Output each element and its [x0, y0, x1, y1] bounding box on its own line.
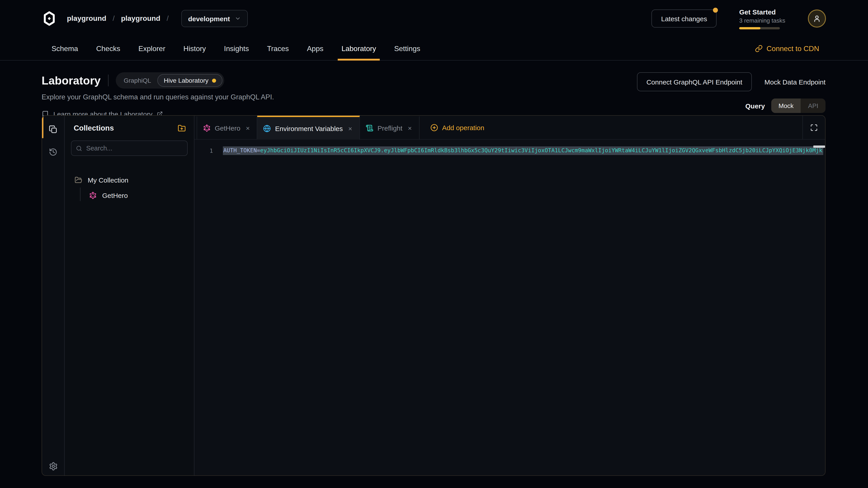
- get-started-progress-track: [739, 27, 780, 29]
- tab-close-button[interactable]: ×: [347, 124, 354, 133]
- maximize-icon: [810, 124, 818, 131]
- query-mode-row: Query Mock API: [745, 98, 826, 113]
- user-avatar[interactable]: [808, 9, 826, 28]
- collections-search[interactable]: [71, 140, 188, 156]
- scroll-icon: [366, 124, 373, 132]
- tab-close-button[interactable]: ×: [406, 124, 413, 132]
- tab-label: GetHero: [215, 124, 240, 132]
- nav-item-schema[interactable]: Schema: [52, 37, 78, 60]
- tab-label: Preflight: [377, 124, 402, 132]
- active-mode-dot: [212, 78, 216, 83]
- graphql-icon: [89, 191, 97, 199]
- query-mode-toggle: Mock API: [771, 98, 826, 113]
- connect-cdn-link[interactable]: Connect to CDN: [755, 44, 819, 53]
- scrollbar-thumb[interactable]: [813, 145, 825, 148]
- nav-item-explorer[interactable]: Explorer: [138, 37, 165, 60]
- notification-dot: [713, 8, 718, 13]
- query-mode-mock[interactable]: Mock: [771, 98, 801, 113]
- nav-item-settings[interactable]: Settings: [394, 37, 421, 60]
- connect-graphql-endpoint-button[interactable]: Connect GraphQL API Endpoint: [637, 72, 752, 91]
- collection-folder-label: My Collection: [88, 176, 128, 184]
- line-number: 1: [194, 148, 223, 154]
- collection-folder-row[interactable]: My Collection: [71, 173, 188, 187]
- mode-graphiql[interactable]: GraphiQL: [117, 74, 157, 87]
- tab-strip: GetHero × Environment Variables ×: [194, 116, 825, 140]
- breadcrumb-org[interactable]: playground: [67, 14, 106, 23]
- nav-item-history[interactable]: History: [183, 37, 206, 60]
- top-header: playground / playground / development La…: [0, 0, 868, 37]
- breadcrumb-separator: /: [166, 14, 168, 23]
- tab-close-button[interactable]: ×: [244, 124, 251, 132]
- code-line-1[interactable]: 1 AUTH_TOKEN=eyJhbGciOiJIUzI1NiIsInR5cCI…: [194, 145, 825, 156]
- collections-icon: [49, 125, 57, 133]
- env-var-value: eyJhbGciOiJIUzI1NiIsInR5cCI6IkpXVCJ9.eyJ…: [260, 147, 823, 154]
- title-divider: [108, 74, 108, 86]
- operation-label: GetHero: [102, 191, 128, 199]
- history-rail-button[interactable]: [45, 144, 61, 160]
- code-text-selected: AUTH_TOKEN=eyJhbGciOiJIUzI1NiIsInR5cCI6I…: [223, 147, 823, 155]
- chevron-down-icon: [235, 15, 241, 22]
- page-title: Laboratory: [41, 74, 101, 87]
- mode-hive-laboratory[interactable]: Hive Laboratory: [158, 74, 223, 87]
- add-collection-button[interactable]: [178, 124, 186, 132]
- folder-plus-icon: [178, 124, 186, 132]
- breadcrumb: playground / playground /: [67, 14, 175, 23]
- mode-hive-laboratory-label: Hive Laboratory: [164, 77, 209, 84]
- collections-rail-button[interactable]: [45, 121, 61, 137]
- editor-column: GetHero × Environment Variables ×: [194, 116, 825, 475]
- plus-circle-icon: [430, 124, 438, 131]
- project-nav: Schema Checks Explorer History Insights …: [0, 37, 868, 61]
- tab-preflight[interactable]: Preflight ×: [360, 116, 420, 139]
- connect-cdn-label: Connect to CDN: [767, 44, 819, 53]
- globe-icon: [264, 125, 271, 132]
- ide-mode-toggle: GraphiQL Hive Laboratory: [116, 72, 224, 89]
- breadcrumb-project[interactable]: playground: [121, 14, 160, 23]
- query-mode-api[interactable]: API: [801, 98, 826, 113]
- target-select[interactable]: development: [181, 10, 248, 27]
- nav-item-traces[interactable]: Traces: [267, 37, 289, 60]
- fullscreen-button[interactable]: [802, 116, 825, 139]
- tree-indent-line: [80, 188, 81, 201]
- get-started-subtitle: 3 remaining tasks: [739, 17, 785, 24]
- gear-icon: [49, 462, 58, 471]
- env-variables-editor[interactable]: 1 AUTH_TOKEN=eyJhbGciOiJIUzI1NiIsInR5cCI…: [194, 140, 825, 475]
- collections-title: Collections: [74, 124, 114, 132]
- settings-rail-button[interactable]: [42, 462, 64, 471]
- hive-app: playground / playground / development La…: [0, 0, 868, 488]
- env-var-name: AUTH_TOKEN=: [223, 147, 260, 154]
- tab-gethero[interactable]: GetHero ×: [197, 116, 257, 139]
- nav-item-laboratory[interactable]: Laboratory: [342, 37, 376, 60]
- nav-items: Schema Checks Explorer History Insights …: [52, 37, 420, 60]
- laboratory-panel: Collections: [41, 115, 826, 476]
- query-label: Query: [745, 102, 765, 109]
- mock-data-endpoint-button[interactable]: Mock Data Endpoint: [765, 78, 826, 86]
- collections-sidebar: Collections: [65, 116, 194, 475]
- folder-open-icon: [74, 176, 82, 184]
- latest-changes-button[interactable]: Latest changes: [652, 9, 717, 28]
- add-operation-label: Add operation: [442, 124, 485, 131]
- tab-label: Environment Variables: [275, 125, 343, 132]
- search-input[interactable]: [86, 144, 183, 152]
- get-started-progress-fill: [739, 27, 761, 29]
- operation-row-gethero[interactable]: GetHero: [86, 188, 188, 202]
- page-header-left: Laboratory GraphiQL Hive Laboratory Expl…: [41, 72, 274, 118]
- target-select-value: development: [188, 15, 230, 22]
- page-subtitle: Explore your GraphQL schema and run quer…: [41, 93, 274, 101]
- add-operation-button[interactable]: Add operation: [420, 116, 495, 139]
- tab-environment-variables[interactable]: Environment Variables ×: [257, 116, 360, 140]
- page-header-right: Connect GraphQL API Endpoint Mock Data E…: [637, 72, 826, 118]
- page-header: Laboratory GraphiQL Hive Laboratory Expl…: [0, 61, 868, 118]
- hive-logo-icon[interactable]: [41, 10, 57, 27]
- history-icon: [49, 148, 57, 156]
- link-icon: [755, 45, 763, 53]
- nav-item-checks[interactable]: Checks: [96, 37, 120, 60]
- icon-rail: [42, 116, 65, 475]
- get-started-widget[interactable]: Get Started 3 remaining tasks: [739, 8, 785, 29]
- nav-item-apps[interactable]: Apps: [307, 37, 323, 60]
- tab-strip-spacer: [495, 116, 802, 139]
- collections-tree: My Collection: [71, 173, 188, 202]
- search-icon: [76, 145, 82, 152]
- rail-active-indicator: [42, 117, 43, 138]
- nav-item-insights[interactable]: Insights: [224, 37, 249, 60]
- user-icon: [812, 14, 822, 23]
